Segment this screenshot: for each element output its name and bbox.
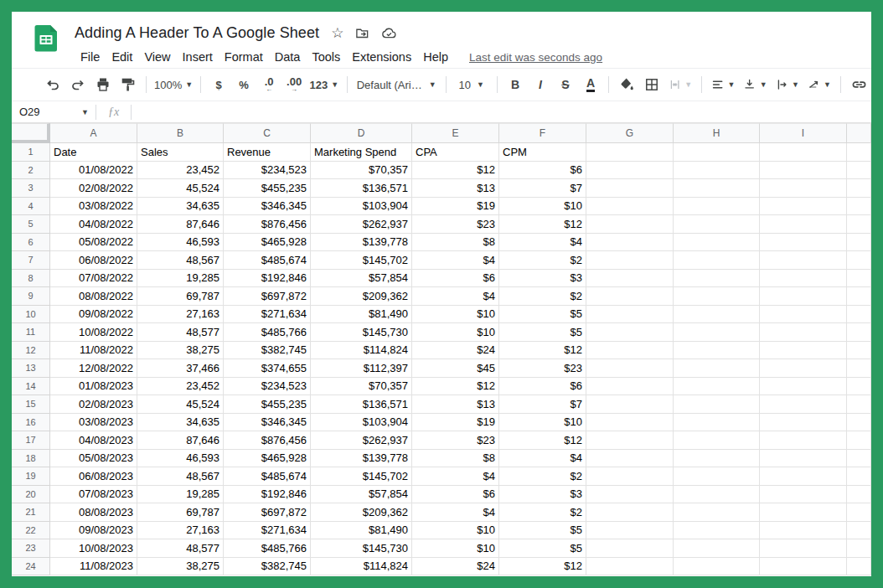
cell-I9[interactable]: [760, 287, 847, 306]
cell-C19[interactable]: $485,674: [224, 467, 311, 486]
font-size-menu[interactable]: 10▼: [453, 74, 490, 95]
row-header-16[interactable]: 16: [12, 414, 50, 432]
cell-E21[interactable]: $4: [412, 503, 499, 522]
cell-H19[interactable]: [674, 467, 760, 486]
cell-F15[interactable]: $7: [499, 395, 586, 414]
row-header-10[interactable]: 10: [12, 306, 50, 324]
cell-E20[interactable]: $6: [412, 486, 499, 504]
cell-E11[interactable]: $10: [412, 323, 499, 342]
cell-H22[interactable]: [674, 522, 760, 540]
cell-E16[interactable]: $19: [412, 414, 499, 432]
cell-C12[interactable]: $382,745: [224, 342, 311, 360]
cell-H24[interactable]: [674, 558, 760, 576]
menu-item-file[interactable]: File: [75, 49, 106, 65]
merge-cells-button[interactable]: ▼: [666, 74, 695, 95]
cell-B15[interactable]: 45,524: [137, 395, 224, 414]
row-header-13[interactable]: 13: [12, 359, 50, 378]
cell-H9[interactable]: [674, 287, 760, 306]
row-header-4[interactable]: 4: [12, 198, 50, 216]
cell-D22[interactable]: $81,490: [311, 522, 412, 540]
cell-A22[interactable]: 09/08/2023: [50, 522, 137, 540]
cell-A5[interactable]: 04/08/2022: [50, 215, 137, 234]
cell-A4[interactable]: 03/08/2022: [50, 198, 137, 216]
cell-H16[interactable]: [674, 414, 760, 432]
cell-partial-22[interactable]: [847, 522, 871, 540]
cell-F4[interactable]: $10: [499, 198, 586, 216]
cell-H21[interactable]: [674, 503, 760, 522]
cell-D13[interactable]: $112,397: [311, 359, 412, 378]
formula-input[interactable]: [132, 101, 871, 122]
cell-I10[interactable]: [760, 306, 847, 324]
cell-E24[interactable]: $24: [412, 558, 499, 576]
cell-partial-20[interactable]: [847, 486, 871, 504]
cell-partial-19[interactable]: [847, 467, 871, 486]
cell-H5[interactable]: [674, 215, 760, 234]
strikethrough-button[interactable]: S: [555, 74, 576, 95]
column-header-D[interactable]: D: [311, 123, 412, 143]
cell-G15[interactable]: [586, 395, 674, 414]
cell-I15[interactable]: [760, 395, 847, 414]
cell-I21[interactable]: [760, 503, 847, 522]
cell-partial-23[interactable]: [847, 539, 871, 558]
cell-F24[interactable]: $12: [499, 558, 586, 576]
cell-E19[interactable]: $4: [412, 467, 499, 486]
cell-C9[interactable]: $697,872: [224, 287, 311, 306]
cell-G11[interactable]: [586, 323, 674, 342]
cell-F14[interactable]: $6: [499, 378, 586, 396]
horizontal-align-menu[interactable]: ▼: [709, 74, 737, 95]
cell-D10[interactable]: $81,490: [311, 306, 412, 324]
row-header-21[interactable]: 21: [12, 503, 50, 522]
row-header-17[interactable]: 17: [12, 431, 50, 450]
cell-C3[interactable]: $455,235: [224, 179, 311, 198]
cell-G24[interactable]: [586, 558, 674, 576]
move-to-folder-icon[interactable]: [355, 26, 369, 40]
cell-I24[interactable]: [760, 558, 847, 576]
cell-G6[interactable]: [586, 234, 674, 252]
cell-C5[interactable]: $876,456: [224, 215, 311, 234]
cell-D3[interactable]: $136,571: [311, 179, 412, 198]
cell-B9[interactable]: 69,787: [137, 287, 224, 306]
column-header-E[interactable]: E: [412, 123, 499, 143]
zoom-menu[interactable]: 100%▼: [153, 74, 194, 95]
cell-B22[interactable]: 27,163: [137, 522, 224, 540]
cell-F16[interactable]: $10: [499, 414, 586, 432]
cell-E15[interactable]: $13: [412, 395, 499, 414]
cell-partial-8[interactable]: [847, 270, 871, 288]
column-header-partial[interactable]: [847, 123, 871, 143]
cell-partial-3[interactable]: [847, 179, 871, 198]
cell-F10[interactable]: $5: [499, 306, 586, 324]
row-header-11[interactable]: 11: [12, 323, 50, 342]
cell-I19[interactable]: [760, 467, 847, 486]
cell-I22[interactable]: [760, 522, 847, 540]
cell-D6[interactable]: $139,778: [311, 234, 412, 252]
cell-A10[interactable]: 09/08/2022: [50, 306, 137, 324]
cell-A17[interactable]: 04/08/2023: [50, 431, 137, 450]
cell-H17[interactable]: [674, 431, 760, 450]
cell-C23[interactable]: $485,766: [224, 539, 311, 558]
google-sheets-logo-icon[interactable]: [33, 24, 60, 52]
cell-H14[interactable]: [674, 378, 760, 396]
cell-partial-6[interactable]: [847, 234, 871, 252]
cell-A19[interactable]: 06/08/2023: [50, 467, 137, 486]
cell-G18[interactable]: [586, 450, 674, 468]
row-header-12[interactable]: 12: [12, 342, 50, 360]
menu-item-format[interactable]: Format: [219, 49, 269, 65]
cell-B23[interactable]: 48,577: [137, 539, 224, 558]
cell-H10[interactable]: [674, 306, 760, 324]
cell-E23[interactable]: $10: [412, 539, 499, 558]
cell-G9[interactable]: [586, 287, 674, 306]
cell-F9[interactable]: $2: [499, 287, 586, 306]
paint-format-button[interactable]: [117, 74, 139, 95]
cell-E4[interactable]: $19: [412, 198, 499, 216]
cell-C8[interactable]: $192,846: [224, 270, 311, 288]
cell-A6[interactable]: 05/08/2022: [50, 234, 137, 252]
column-header-A[interactable]: A: [50, 123, 137, 143]
cell-E12[interactable]: $24: [412, 342, 499, 360]
cell-I4[interactable]: [760, 198, 847, 216]
cell-E9[interactable]: $4: [412, 287, 499, 306]
cell-F17[interactable]: $12: [499, 431, 586, 450]
row-header-7[interactable]: 7: [12, 251, 50, 270]
cell-G7[interactable]: [586, 251, 674, 270]
cell-E14[interactable]: $12: [412, 378, 499, 396]
cell-D14[interactable]: $70,357: [311, 378, 412, 396]
